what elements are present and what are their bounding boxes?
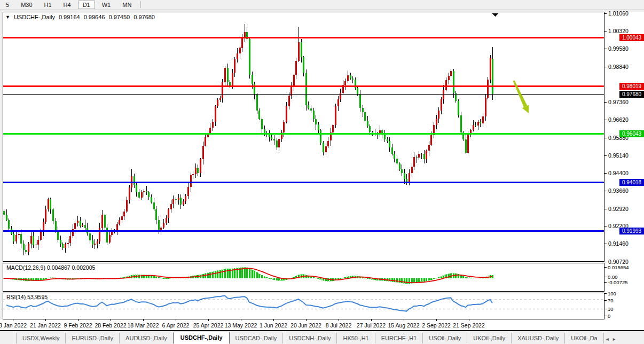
date-label: 9 Feb 2022 [59,322,97,329]
tab-eurusd-daily[interactable]: EURUSD-,Daily [66,333,120,343]
candle-body [357,88,358,95]
price-tick-mark [604,49,607,49]
candle-body [244,32,246,37]
timeframe-button-5[interactable]: 5 [1,1,14,9]
price-tick-label: 0.96620 [608,116,629,123]
candle-body [239,48,241,53]
date-label: 20 Jun 2022 [287,322,325,329]
price-tick-mark [604,67,607,67]
price-tick-label: 0.92920 [608,206,629,212]
macd-histogram-bar [215,271,216,278]
candle-body [344,81,346,85]
candle-body [52,209,54,221]
rsi-axis-label: 100 [608,291,616,296]
macd-histogram-bar [418,278,420,282]
candle-body [141,192,143,198]
timeframe-button-w1[interactable]: W1 [97,1,116,9]
tab-usdx-weekly[interactable]: USDX,Weekly [16,333,66,343]
tab-usdchf-daily[interactable]: USDCHF-,Daily [174,332,230,344]
date-tick-mark [208,319,209,321]
tab-xauusd-daily[interactable]: XAUUSD-,Daily [512,333,565,343]
candle-body [37,240,39,245]
date-tick-mark [306,319,307,321]
candle-body [448,76,450,80]
timeframe-toolbar: 5M30H1H4D1W1MN [0,0,644,10]
candle-body [60,240,61,244]
candle-body [389,141,390,147]
macd-canvas[interactable] [3,263,604,291]
tab-hk50-h1[interactable]: HK50-,H1 [337,333,375,343]
candle-body [126,200,128,212]
timeframe-button-h1[interactable]: H1 [40,1,57,9]
macd-tick-mark [604,267,607,268]
candle-body [332,125,334,132]
candle-body [364,112,366,121]
candle-body [224,68,226,82]
price-chart-canvas[interactable] [3,12,604,261]
timeframe-button-d1[interactable]: D1 [78,1,95,9]
rsi-canvas[interactable] [3,293,604,319]
candle-body [387,139,388,141]
candle-body [160,228,162,230]
price-tick-mark [604,155,607,156]
tabs-scroll-right-icon[interactable]: ▸ [611,334,618,344]
tab-ukoil-da[interactable]: UKOil-,Da [565,333,604,343]
macd-tick-mark [604,277,607,277]
date-tick-mark [273,319,274,321]
tab-usdcad-daily[interactable]: USDCAD-,Daily [230,333,284,343]
candle-body [401,169,403,173]
toolbar-separator [140,1,141,8]
candle-body [175,199,177,200]
date-tick-mark [143,319,144,321]
candle-body [421,154,422,154]
date-label: 2 Sep 2022 [418,322,455,329]
candle-body [215,106,216,121]
candle-body [455,93,457,101]
timeframe-button-mn[interactable]: MN [117,1,136,9]
tab-eurchf-h1[interactable]: EURCHF-,H1 [375,333,423,343]
candle-body [269,135,270,137]
price-level-chip: 0.96043 [619,130,644,137]
candle-body [33,236,34,245]
macd-histogram-bar [258,274,260,278]
candle-body [43,222,44,231]
price-tick-mark [604,262,607,262]
price-level-chip: 0.94018 [619,179,644,186]
candle-body [143,191,145,192]
candle-body [185,196,186,201]
candle-body [48,199,49,209]
candle-body [166,218,167,223]
candle-body [450,71,452,76]
tab-ukoil-daily[interactable]: UKOil-,Daily [467,333,512,343]
current-bar-marker [492,13,498,17]
tab-audusd-daily[interactable]: AUDUSD-,Daily [120,333,174,343]
macd-histogram-bar [209,272,211,278]
candle-body [473,125,474,130]
candle-body [418,154,420,158]
macd-axis-label: -0.00725 [608,279,628,285]
tab-usoil-daily[interactable]: USOil-,Daily [423,333,467,343]
date-label: 25 Apr 2022 [190,322,227,329]
candle-body [426,151,427,159]
price-level-chip: 0.91993 [619,228,644,234]
mt4-usdchf-daily-window: { "toolbar": { "timeframes": ["5", "M30"… [0,0,644,344]
candle-body [94,244,96,245]
tab-usdcnh-daily[interactable]: USDCNH-,Daily [283,333,337,343]
candle-body [391,147,393,154]
price-level-chip: 1.00043 [619,34,644,41]
price-tick-mark [604,191,607,191]
candle-body [18,234,20,234]
date-label: 28 Feb 2022 [92,322,129,329]
timeframe-button-m30[interactable]: M30 [16,1,37,9]
candle-body [217,100,218,106]
candle-body [89,233,91,240]
date-tick-mark [45,319,46,321]
rsi-tick-mark [604,316,607,316]
candle-body [350,75,351,79]
candle-body [475,125,476,126]
timeframe-button-h4[interactable]: H4 [59,1,76,9]
candle-body [327,141,329,146]
candle-body [170,204,172,209]
tabs-scroll-left-icon[interactable]: ◂ [604,334,611,344]
candle-body [77,221,78,223]
